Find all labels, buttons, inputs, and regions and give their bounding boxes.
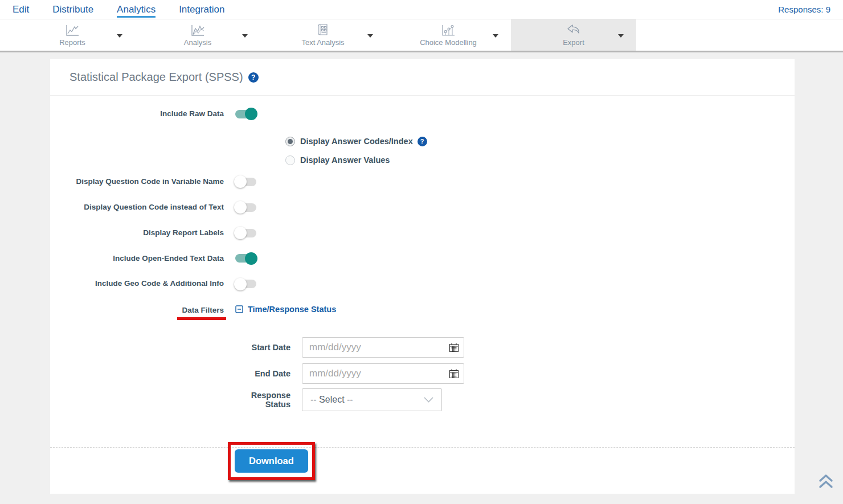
select-value: -- Select --: [310, 395, 353, 405]
field-label: Include Geo Code & Additional Info: [50, 279, 224, 289]
responses-count[interactable]: Responses: 9: [778, 5, 830, 14]
geo-code-toggle[interactable]: [235, 280, 256, 288]
question-circle-icon[interactable]: ?: [248, 72, 259, 83]
nav-item-distribute[interactable]: Distribute: [52, 2, 93, 18]
top-navigation: Edit Distribute Analytics Integration Re…: [0, 0, 843, 19]
chevron-down-icon[interactable]: [367, 34, 373, 38]
calendar-icon[interactable]: [449, 342, 459, 355]
report-labels-toggle[interactable]: [235, 229, 256, 237]
question-code-variable-toggle[interactable]: [235, 178, 256, 186]
field-label: Display Question Code instead of Text: [50, 203, 224, 212]
toggle-knob: [245, 108, 257, 120]
chevron-down-icon[interactable]: [117, 34, 122, 38]
chevron-down-icon[interactable]: [242, 34, 248, 38]
include-raw-data-toggle[interactable]: [235, 110, 256, 118]
toggle-knob: [245, 252, 257, 265]
question-code-text-toggle[interactable]: [235, 203, 256, 212]
form-row-question-code-variable: Display Question Code in Variable Name: [50, 177, 795, 187]
form-row-open-ended: Include Open-Ended Text Data: [50, 254, 795, 264]
page-title: Statistical Package Export (SPSS): [69, 71, 243, 84]
answer-codes-radio[interactable]: [285, 137, 295, 146]
chevron-down-icon: [424, 397, 433, 403]
toggle-knob: [234, 201, 247, 214]
form-row-question-code-text: Display Question Code instead of Text: [50, 203, 795, 212]
response-status-select[interactable]: -- Select --: [302, 388, 442, 411]
scroll-to-top-button[interactable]: [816, 472, 836, 493]
share-arrow-icon: [566, 24, 581, 36]
collapse-minus-icon[interactable]: [235, 305, 243, 313]
time-response-status-section-toggle[interactable]: Time/Response Status: [235, 305, 336, 314]
section-label: Time/Response Status: [248, 305, 336, 314]
form-row-start-date: Start Date: [50, 337, 795, 358]
download-button[interactable]: Download: [235, 449, 308, 473]
nav-item-analytics[interactable]: Analytics: [117, 2, 155, 18]
field-label: Start Date: [50, 343, 290, 352]
field-label: Include Raw Data: [50, 109, 224, 119]
analytics-tabbar: Reports Analysis Text Analysis: [0, 19, 843, 52]
tab-choice-modelling[interactable]: Choice Modelling: [386, 19, 511, 51]
question-circle-icon[interactable]: ?: [418, 137, 427, 146]
field-label: Display Report Labels: [50, 228, 224, 238]
export-form: Include Raw Data Display Answer Codes/In…: [50, 96, 795, 480]
form-row-geo-code: Include Geo Code & Additional Info: [50, 279, 795, 289]
annotation-red-underline: [177, 317, 226, 320]
toggle-knob: [234, 175, 247, 188]
line-chart-icon: [65, 24, 80, 36]
start-date-input[interactable]: [302, 337, 464, 358]
toggle-knob: [234, 227, 247, 239]
end-date-input[interactable]: [302, 363, 464, 384]
radio-row-answer-codes: Display Answer Codes/Index ?: [285, 137, 795, 146]
scatter-chart-icon: [441, 24, 456, 36]
tab-text-analysis[interactable]: Text Analysis: [260, 19, 386, 51]
tab-label: Export: [563, 38, 584, 47]
data-filters-label: Data Filters: [182, 306, 224, 320]
tab-reports[interactable]: Reports: [10, 19, 135, 51]
field-label: Response Status: [50, 391, 290, 409]
nav-item-edit[interactable]: Edit: [13, 2, 29, 18]
tab-label: Choice Modelling: [420, 38, 477, 47]
dotted-separator: [50, 447, 795, 448]
tab-analysis[interactable]: Analysis: [135, 19, 260, 51]
form-row-include-raw-data: Include Raw Data: [50, 109, 795, 119]
form-row-response-status: Response Status -- Select --: [50, 388, 795, 411]
calendar-icon[interactable]: [449, 368, 459, 381]
annotation-red-box: Download: [228, 442, 315, 480]
chevron-down-icon[interactable]: [618, 34, 624, 38]
data-filters-label-wrap: Data Filters: [50, 305, 224, 320]
field-label: Display Question Code in Variable Name: [50, 177, 224, 187]
card-header: Statistical Package Export (SPSS) ?: [50, 59, 795, 96]
export-card: Statistical Package Export (SPSS) ? Incl…: [50, 59, 795, 494]
field-label: End Date: [50, 369, 290, 378]
nav-item-integration[interactable]: Integration: [179, 2, 224, 18]
form-row-report-labels: Display Report Labels: [50, 228, 795, 238]
field-label: Include Open-Ended Text Data: [50, 254, 224, 264]
toggle-knob: [234, 278, 247, 290]
radio-label: Display Answer Codes/Index: [300, 137, 413, 146]
tab-label: Reports: [59, 38, 85, 47]
radio-row-answer-values: Display Answer Values: [285, 155, 795, 165]
form-row-end-date: End Date: [50, 363, 795, 384]
tab-export[interactable]: Export: [511, 19, 636, 51]
document-grid-icon: [316, 24, 330, 36]
area-chart-icon: [190, 24, 206, 36]
main-content-area: Statistical Package Export (SPSS) ? Incl…: [0, 52, 843, 502]
open-ended-toggle[interactable]: [235, 254, 256, 263]
radio-label: Display Answer Values: [300, 155, 390, 165]
form-row-data-filters: Data Filters Time/Response Status: [50, 305, 795, 320]
tab-label: Analysis: [184, 38, 211, 47]
answer-values-radio[interactable]: [285, 155, 295, 165]
chevron-down-icon[interactable]: [493, 34, 498, 38]
tab-label: Text Analysis: [301, 38, 344, 47]
